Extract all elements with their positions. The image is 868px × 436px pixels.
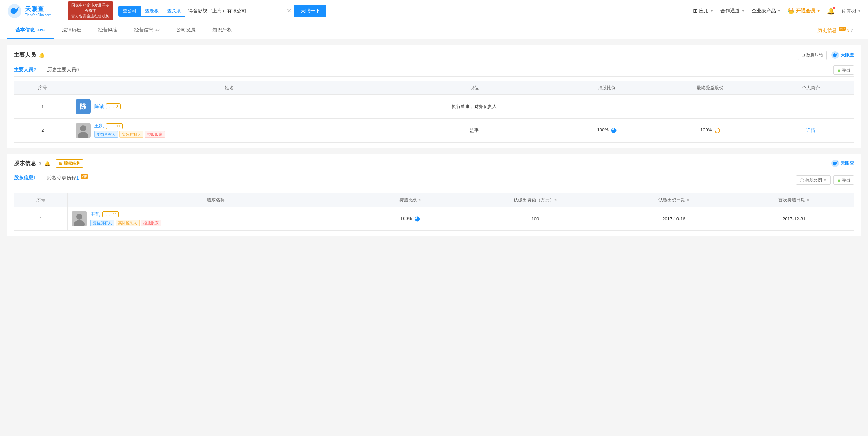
cell-final-benefit: - — [653, 94, 768, 118]
col-holding: 持股比例 — [561, 81, 653, 94]
clear-button[interactable]: ✕ — [287, 8, 291, 14]
nav-bell[interactable]: 🔔 — [827, 7, 835, 15]
tab-risk[interactable]: 经营风险 — [90, 22, 126, 39]
tab-history[interactable]: 历史信息 VIP 3 ? — [809, 22, 861, 39]
tag-actual-controller: 实际控制人 — [116, 220, 140, 226]
shareholder-export-button[interactable]: ⊞ 导出 — [833, 175, 854, 185]
nav-user[interactable]: 肖青羽 ▼ — [842, 8, 861, 14]
tyc-logo-icon — [831, 159, 839, 167]
shareholder-toolbar: ◯ 持股比例 ▼ ⊞ 导出 — [796, 175, 854, 185]
personnel-export-button[interactable]: ⊞ 导出 — [833, 65, 854, 75]
export-area: ⊞ 导出 — [833, 64, 854, 76]
table-row: 2 王凯 — [14, 118, 854, 142]
svg-point-10 — [76, 214, 82, 220]
tag-beneficiary: 受益所有人 — [94, 131, 118, 138]
cell-index: 2 — [14, 118, 71, 142]
search-tab-boss[interactable]: 查老板 — [141, 6, 163, 16]
connection-btn[interactable]: ⋮⋮ 11 — [102, 211, 119, 217]
cell-name: 王凯 ⋮⋮ 11 受益所有人 实际控制人 控股股东 — [71, 118, 388, 142]
avatar-photo — [72, 211, 87, 226]
equity-structure-button[interactable]: ⊞ 股权结构 — [56, 159, 83, 168]
col-profile: 个人简介 — [768, 81, 854, 94]
spinner-icon[interactable] — [715, 128, 720, 133]
cell-holding-pct: 100% — [364, 207, 457, 231]
tab-development[interactable]: 公司发展 — [168, 22, 204, 39]
table-row: 1 陈 陈诚 ⋮⋮ 3 — [14, 94, 854, 118]
logo-area: 天眼查 TianYanCha.com — [7, 3, 62, 19]
person-wrap: 王凯 ⋮⋮ 11 受益所有人 实际控制人 控股股东 — [76, 123, 383, 138]
personnel-actions: ⊡ 数据纠错 天眼查 — [798, 51, 854, 60]
connection-icon: ⋮⋮ — [108, 124, 116, 128]
person-name-link[interactable]: 王凯 — [94, 123, 104, 129]
table-row: 1 王凯 — [14, 207, 854, 231]
person-wrap: 王凯 ⋮⋮ 11 受益所有人 实际控制人 控股股东 — [72, 211, 360, 226]
personnel-sub-tabs: 主要人员2 历史主要人员0 ⊞ 导出 — [14, 64, 854, 77]
pie-chart-icon[interactable] — [415, 216, 420, 222]
col-first-date: 首次持股日期 ⇅ — [734, 193, 854, 207]
nav-app[interactable]: ⊞ 应用 ▼ — [693, 8, 714, 14]
search-tab-relation[interactable]: 查关系 — [163, 6, 185, 16]
search-input-wrap: ✕ — [185, 5, 294, 17]
personnel-section: 主要人员 🔔 ⊡ 数据纠错 天眼查 主要人员2 — [7, 45, 861, 148]
shareholder-sub-tabs: 股东信息1 股权变更历程1 VIP — [14, 172, 796, 185]
shareholder-name-link[interactable]: 王凯 — [90, 211, 100, 218]
search-button[interactable]: 天眼一下 — [294, 5, 326, 17]
cell-profile: - — [768, 94, 854, 118]
person-info: 王凯 ⋮⋮ 11 受益所有人 实际控制人 控股股东 — [90, 211, 161, 226]
header: 天眼查 TianYanCha.com 国家中小企业发展子基金旗下 官方备案企业征… — [0, 0, 868, 22]
search-tab-company[interactable]: 查公司 — [119, 6, 141, 16]
tab-ip[interactable]: 知识产权 — [204, 22, 240, 39]
nav-vip[interactable]: 👑 开通会员 ▼ — [788, 8, 820, 14]
avatar-photo — [76, 123, 91, 138]
subtab-history-personnel[interactable]: 历史主要人员0 — [47, 64, 85, 76]
pie-chart-icon[interactable] — [611, 128, 617, 133]
logo-sub: TianYanCha.com — [25, 13, 51, 17]
nav-tabs: 基本信息 999+ 法律诉讼 经营风险 经营信息 42 公司发展 知识产权 历史… — [0, 22, 868, 39]
tag-controlling-shareholder: 控股股东 — [141, 220, 161, 226]
shareholder-tags: 受益所有人 实际控制人 控股股东 — [90, 220, 161, 226]
connection-btn[interactable]: ⋮⋮ 3 — [106, 103, 121, 109]
cell-holding: 100% — [561, 118, 653, 142]
shareholder-bell-icon[interactable]: 🔔 — [44, 161, 50, 166]
logo-name: 天眼查 — [25, 5, 51, 13]
cell-index: 1 — [14, 94, 71, 118]
avatar: 陈 — [76, 99, 91, 114]
holding-filter-button[interactable]: ◯ 持股比例 ▼ — [796, 175, 831, 185]
content: 主要人员 🔔 ⊡ 数据纠错 天眼查 主要人员2 — [0, 39, 868, 248]
subtab-main-personnel[interactable]: 主要人员2 — [14, 64, 42, 76]
person-name-link[interactable]: 陈诚 — [94, 103, 104, 110]
tab-basic-info[interactable]: 基本信息 999+ — [7, 22, 54, 39]
subtab-shareholder-info[interactable]: 股东信息1 — [14, 172, 42, 185]
connection-icon: ⋮⋮ — [104, 212, 112, 217]
col-index: 序号 — [14, 193, 68, 207]
nav-enterprise[interactable]: 企业级产品 ▼ — [752, 8, 781, 14]
personnel-table: 序号 姓名 职位 持股比例 最终受益股份 个人简介 1 陈 — [14, 81, 854, 143]
tag-actual-controller: 实际控制人 — [119, 131, 143, 138]
personnel-bell-icon[interactable]: 🔔 — [39, 52, 45, 58]
tab-legal[interactable]: 法律诉讼 — [54, 22, 90, 39]
tyc-logo-shareholder: 天眼查 — [831, 159, 854, 167]
subtab-equity-history[interactable]: 股权变更历程1 VIP — [47, 172, 94, 185]
tyc-logo-icon — [831, 51, 839, 59]
ad-banner: 国家中小企业发展子基金旗下 官方备案企业征信机构 — [68, 1, 113, 20]
logo-icon — [7, 3, 22, 19]
tab-operation[interactable]: 经营信息 42 — [126, 22, 168, 39]
cell-amount: 100 — [457, 207, 614, 231]
person-name: 王凯 ⋮⋮ 11 — [90, 211, 161, 218]
data-fix-button[interactable]: ⊡ 数据纠错 — [798, 51, 827, 60]
person-name: 陈诚 ⋮⋮ 3 — [94, 103, 121, 110]
logo-text-group: 天眼查 TianYanCha.com — [25, 5, 51, 17]
detail-link[interactable]: 详情 — [806, 128, 815, 133]
nav-partner[interactable]: 合作通道 ▼ — [720, 8, 745, 14]
svg-point-4 — [80, 125, 86, 131]
col-final-benefit: 最终受益股份 — [653, 81, 768, 94]
cell-final-benefit: 100% — [653, 118, 768, 142]
info-icon[interactable]: ? — [39, 161, 42, 166]
col-index: 序号 — [14, 81, 71, 94]
cell-position: 执行董事，财务负责人 — [388, 94, 561, 118]
shareholder-section: 股东信息 ? 🔔 ⊞ 股权结构 天眼查 — [7, 154, 861, 237]
svg-point-7 — [715, 128, 720, 133]
search-input[interactable] — [188, 8, 287, 14]
connection-btn[interactable]: ⋮⋮ 11 — [106, 123, 123, 129]
person-silhouette — [76, 123, 91, 138]
